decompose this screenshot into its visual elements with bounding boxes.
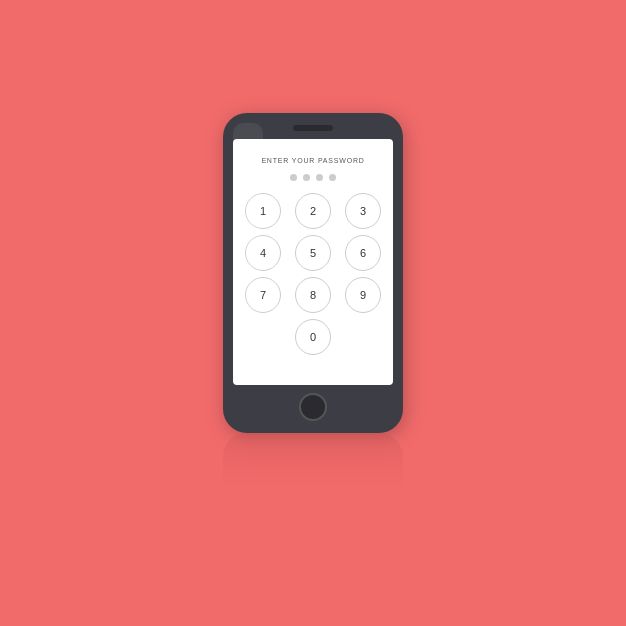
key-2[interactable]: 2 <box>295 193 331 229</box>
key-9[interactable]: 9 <box>345 277 381 313</box>
password-prompt-title: ENTER YOUR PASSWORD <box>261 157 364 164</box>
phone-speaker <box>293 125 333 131</box>
key-8[interactable]: 8 <box>295 277 331 313</box>
dot-3 <box>316 174 323 181</box>
key-1[interactable]: 1 <box>245 193 281 229</box>
scene: ENTER YOUR PASSWORD 1 2 3 4 5 6 7 8 9 0 <box>223 113 403 513</box>
phone-reflection <box>223 433 403 513</box>
key-0[interactable]: 0 <box>295 319 331 355</box>
dot-1 <box>290 174 297 181</box>
phone: ENTER YOUR PASSWORD 1 2 3 4 5 6 7 8 9 0 <box>223 113 403 433</box>
key-3[interactable]: 3 <box>345 193 381 229</box>
key-zero-row: 0 <box>295 319 331 355</box>
home-button[interactable] <box>299 393 327 421</box>
phone-screen: ENTER YOUR PASSWORD 1 2 3 4 5 6 7 8 9 0 <box>233 139 393 385</box>
password-dots <box>290 174 336 181</box>
reflection-fade <box>223 433 403 513</box>
key-4[interactable]: 4 <box>245 235 281 271</box>
dot-4 <box>329 174 336 181</box>
dot-2 <box>303 174 310 181</box>
key-5[interactable]: 5 <box>295 235 331 271</box>
keypad-grid: 1 2 3 4 5 6 7 8 9 <box>241 193 385 313</box>
key-6[interactable]: 6 <box>345 235 381 271</box>
key-7[interactable]: 7 <box>245 277 281 313</box>
